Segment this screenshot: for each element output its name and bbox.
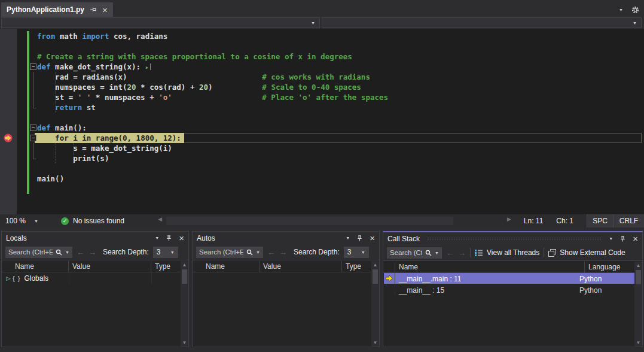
forward-arrow-icon[interactable]: → (88, 248, 96, 257)
scroll-up-icon[interactable]: ▲ (371, 262, 379, 268)
close-icon[interactable]: × (102, 5, 108, 14)
pin-icon[interactable] (90, 6, 97, 13)
code-line[interactable] (0, 163, 644, 174)
scroll-up-icon[interactable]: ▲ (181, 262, 188, 268)
code-line[interactable]: st = ' ' * numspaces + 'o' # Place 'o' a… (0, 92, 644, 102)
panel-titlebar[interactable]: Call Stack ▼ × (383, 232, 642, 245)
navigation-dropdown-project[interactable]: ▼ (1, 17, 320, 28)
code-line[interactable]: s = make_dot_string(i) (0, 143, 644, 153)
code-token (37, 103, 55, 112)
chevron-down-icon[interactable]: ▼ (435, 251, 439, 255)
code-line[interactable]: rad = radians(x) # cos works with radian… (0, 72, 644, 82)
issues-indicator[interactable]: ✓ No issues found (61, 217, 124, 225)
change-tracking-bar (27, 163, 29, 174)
scroll-down-icon[interactable]: ▼ (181, 340, 188, 345)
search-input[interactable]: Search (Ctrl ▼ (387, 247, 442, 259)
code-text: from math import cos, radians (37, 31, 167, 41)
expand-arrow-icon[interactable]: ▷ (4, 275, 13, 281)
code-line[interactable]: def make_dot_string(x): ▸ (0, 62, 644, 72)
code-line[interactable]: return st (0, 102, 644, 113)
chevron-down-icon[interactable]: ▼ (256, 250, 260, 254)
back-arrow-icon[interactable]: ← (446, 248, 454, 257)
gear-icon[interactable] (631, 6, 639, 14)
pin-icon[interactable] (356, 235, 363, 242)
code-line[interactable]: for i in range(0, 1800, 12): (0, 133, 644, 143)
code-line[interactable]: numspaces = int(20 * cos(rad) + 20) # Sc… (0, 82, 644, 92)
search-input[interactable]: Search (Ctrl+E) ▼ (5, 247, 72, 258)
search-depth-select[interactable]: 3 ▼ (153, 247, 178, 258)
horizontal-scrollbar[interactable]: ◀ ▶ (157, 216, 512, 226)
pin-icon[interactable] (619, 235, 626, 242)
column-header-name[interactable]: Name (193, 261, 260, 272)
forward-arrow-icon[interactable]: → (279, 248, 287, 257)
show-external-code-label: Show External Code (560, 248, 625, 257)
close-icon[interactable]: × (633, 234, 638, 243)
pin-icon[interactable] (166, 235, 172, 242)
code-token: for (55, 133, 69, 142)
fold-collapse-icon[interactable] (30, 125, 36, 131)
zoom-select[interactable]: 100 % ▼ (0, 214, 44, 227)
code-line[interactable]: def main(): (0, 123, 644, 133)
fold-collapse-icon[interactable] (30, 63, 36, 70)
space-mode-toggle[interactable]: SPC (587, 214, 613, 227)
search-placeholder: Search (Ctrl (390, 249, 422, 256)
window-menu-chevron-icon[interactable]: ▼ (609, 236, 613, 241)
scroll-up-icon[interactable]: ▲ (634, 263, 642, 268)
column-header-name[interactable]: Name (2, 261, 69, 272)
code-line[interactable]: from math import cos, radians (0, 31, 644, 41)
back-arrow-icon[interactable]: ← (267, 248, 275, 257)
panel-titlebar[interactable]: Autos ▼ × (193, 232, 379, 244)
search-depth-select[interactable]: 3 ▼ (344, 247, 369, 258)
code-editor[interactable]: from math import cos, radians# Create a … (0, 29, 644, 214)
back-arrow-icon[interactable]: ← (77, 248, 84, 257)
code-line[interactable]: print(s) (0, 153, 644, 163)
code-token (172, 93, 263, 102)
forward-arrow-icon[interactable]: → (458, 248, 466, 257)
window-menu-chevron-icon[interactable]: ▼ (155, 236, 159, 240)
grid-body: ▷{ }Globals (2, 272, 181, 347)
fold-collapse-icon[interactable] (30, 135, 36, 141)
code-line[interactable] (0, 41, 644, 51)
navigation-dropdown-member[interactable]: ▼ (322, 17, 642, 28)
scroll-down-icon[interactable]: ▼ (371, 340, 379, 345)
call-stack-frame-row[interactable]: __main__.main : 11Python (383, 273, 634, 284)
search-input[interactable]: Search (Ctrl+E) ▼ (196, 247, 263, 258)
view-all-threads-button[interactable]: View all Threads (475, 248, 539, 257)
code-text: def make_dot_string(x): ▸ (37, 62, 151, 72)
scroll-down-icon[interactable]: ▼ (634, 340, 642, 345)
vertical-scrollbar[interactable]: ▲ ▼ (371, 261, 379, 347)
scrollbar-thumb[interactable] (373, 269, 378, 284)
scrollbar-thumb[interactable] (636, 270, 641, 284)
panel-title: Autos (197, 234, 215, 242)
column-header-name[interactable]: Name (395, 262, 585, 272)
scroll-right-icon[interactable]: ▶ (507, 216, 511, 222)
column-header-value[interactable]: Value (260, 261, 342, 272)
code-text: s = make_dot_string(i) (37, 143, 172, 153)
scrollbar-thumb[interactable] (182, 269, 187, 284)
code-line[interactable]: main() (0, 174, 644, 184)
tab-pythonapplication1[interactable]: PythonApplication1.py × (1, 2, 113, 17)
column-header-language[interactable]: Language (585, 262, 642, 272)
drag-grip[interactable] (427, 237, 602, 241)
code-line[interactable] (0, 184, 644, 194)
table-row[interactable]: ▷{ }Globals (2, 272, 181, 284)
code-line[interactable]: # Create a string with spaces proportion… (0, 51, 644, 62)
line-ending-toggle[interactable]: CRLF (613, 214, 644, 227)
vertical-scrollbar[interactable]: ▲ ▼ (634, 262, 642, 347)
window-menu-chevron-icon[interactable]: ▼ (346, 236, 350, 240)
code-line[interactable] (0, 113, 644, 123)
close-icon[interactable]: × (179, 233, 184, 242)
column-header-value[interactable]: Value (69, 261, 151, 272)
chevron-down-icon[interactable]: ▼ (619, 8, 623, 12)
call-stack-frame-row[interactable]: __main__ : 15Python (383, 284, 634, 296)
breakpoint-current-line-icon[interactable] (4, 133, 13, 142)
code-token: make_dot_string(x): (51, 62, 145, 71)
scrollbar-thumb[interactable] (166, 217, 453, 225)
show-external-code-button[interactable]: Show External Code (548, 248, 625, 257)
chevron-down-icon[interactable]: ▼ (65, 250, 69, 254)
close-icon[interactable]: × (370, 233, 375, 242)
vertical-scrollbar[interactable]: ▲ ▼ (181, 261, 188, 347)
code-token (213, 83, 263, 92)
scroll-left-icon[interactable]: ◀ (158, 216, 162, 222)
panel-titlebar[interactable]: Locals ▼ × (2, 232, 188, 244)
